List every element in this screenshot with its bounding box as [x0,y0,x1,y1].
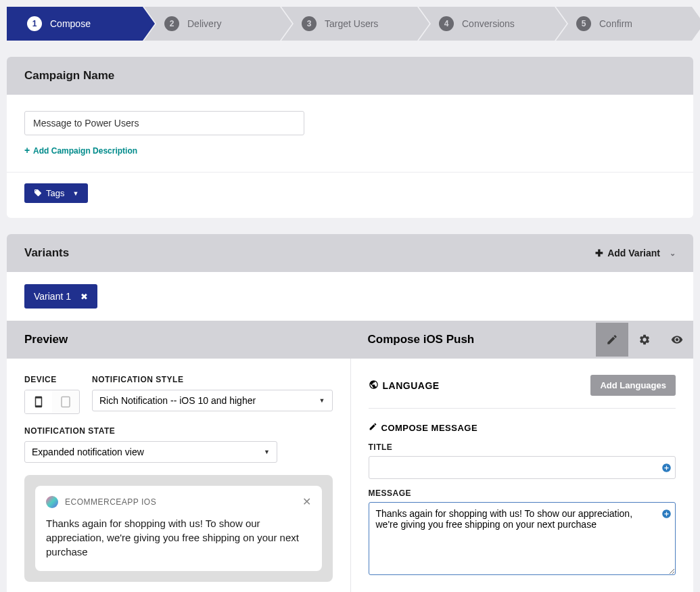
tags-label: Tags [46,188,64,198]
title-input[interactable] [369,456,676,479]
edit-tab-button[interactable] [596,323,628,357]
compose-header: Compose iOS Push [350,321,694,359]
step-delivery[interactable]: 2 Delivery [144,7,280,41]
language-label: LANGUAGE [369,380,440,392]
step-number: 1 [27,16,42,31]
remove-variant-icon[interactable]: ✖ [80,292,88,302]
select-value: Expanded notification view [32,447,144,457]
device-phone-option[interactable] [25,390,52,413]
eye-icon [671,334,683,346]
notification-state-select[interactable]: Expanded notification view ▼ [24,441,277,463]
compose-area: Preview DEVICE NOTIFICATION STYLE [7,321,693,592]
notification-style-label: NOTIFICATION STYLE [92,375,333,384]
compose-message-label: COMPOSE MESSAGE [369,422,676,433]
app-name: ECOMMERCEAPP IOS [65,497,296,507]
campaign-name-input[interactable] [24,111,304,135]
phone-icon [32,396,45,408]
add-languages-button[interactable]: Add Languages [590,375,676,396]
globe-icon [369,380,379,392]
plus-icon: + [24,145,30,156]
gear-icon [638,334,651,346]
device-label: DEVICE [24,375,80,384]
add-campaign-description-link[interactable]: + Add Campaign Description [24,145,676,156]
variant-chip[interactable]: Variant 1 ✖ [24,284,97,309]
step-label: Target Users [325,18,378,29]
notification-preview: ECOMMERCEAPP IOS ✕ Thanks again for shop… [24,475,333,582]
variants-title: Variants [24,246,69,260]
message-textarea[interactable] [369,502,676,575]
settings-tab-button[interactable] [628,323,661,357]
preview-header: Preview [7,321,350,359]
step-number: 4 [439,16,454,31]
step-number: 3 [302,16,317,31]
variant-label: Variant 1 [34,291,71,302]
select-value: Rich Notification -- iOS 10 and higher [99,395,256,406]
device-toggle [24,390,80,414]
step-label: Confirm [599,18,632,29]
variants-panel: Variants ✚ Add Variant ⌄ Variant 1 ✖ [7,234,693,321]
caret-down-icon: ▼ [319,397,325,404]
step-conversions[interactable]: 4 Conversions [419,7,555,41]
compose-title: Compose iOS Push [368,333,475,346]
notification-text: Thanks again for shopping with us! To sh… [46,516,311,559]
app-icon [46,496,58,508]
caret-down-icon: ▼ [264,449,270,455]
caret-down-icon: ▼ [72,190,78,197]
preview-tab-button[interactable] [661,323,693,357]
pencil-icon [606,334,618,346]
step-label: Delivery [187,18,222,29]
plus-icon: ✚ [595,248,603,258]
compose-column: Compose iOS Push LANGUAGE [350,321,694,592]
step-target-users[interactable]: 3 Target Users [281,7,417,41]
variants-header: Variants ✚ Add Variant ⌄ [7,234,693,272]
preview-column: Preview DEVICE NOTIFICATION STYLE [7,321,350,592]
step-nav: 1 Compose 2 Delivery 3 Target Users 4 Co… [7,7,693,41]
campaign-panel: Campaign Name + Add Campaign Description… [7,57,693,218]
close-icon[interactable]: ✕ [302,495,311,508]
add-variant-button[interactable]: ✚ Add Variant ⌄ [595,248,676,258]
title-label: TITLE [369,442,676,452]
device-tablet-option[interactable] [52,390,79,413]
add-variant-label: Add Variant [607,248,660,258]
add-desc-label: Add Campaign Description [33,146,137,156]
notification-state-label: NOTIFICATION STATE [24,426,333,436]
step-label: Compose [50,18,91,29]
notification-card: ECOMMERCEAPP IOS ✕ Thanks again for shop… [35,486,322,571]
tag-icon [34,189,42,198]
notification-style-select[interactable]: Rich Notification -- iOS 10 and higher ▼ [92,390,333,411]
step-compose[interactable]: 1 Compose [7,7,143,41]
chevron-down-icon: ⌄ [670,249,676,258]
campaign-header: Campaign Name [7,57,693,95]
tags-button[interactable]: Tags ▼ [24,183,88,203]
add-personalization-button[interactable] [661,509,672,521]
svg-rect-0 [62,397,70,407]
pencil-icon [369,422,377,433]
message-label: MESSAGE [369,488,676,498]
tablet-icon [60,396,72,408]
step-confirm[interactable]: 5 Confirm [556,7,692,41]
step-label: Conversions [462,18,515,29]
step-number: 2 [164,16,179,31]
step-number: 5 [576,16,591,31]
add-personalization-button[interactable] [661,463,672,475]
